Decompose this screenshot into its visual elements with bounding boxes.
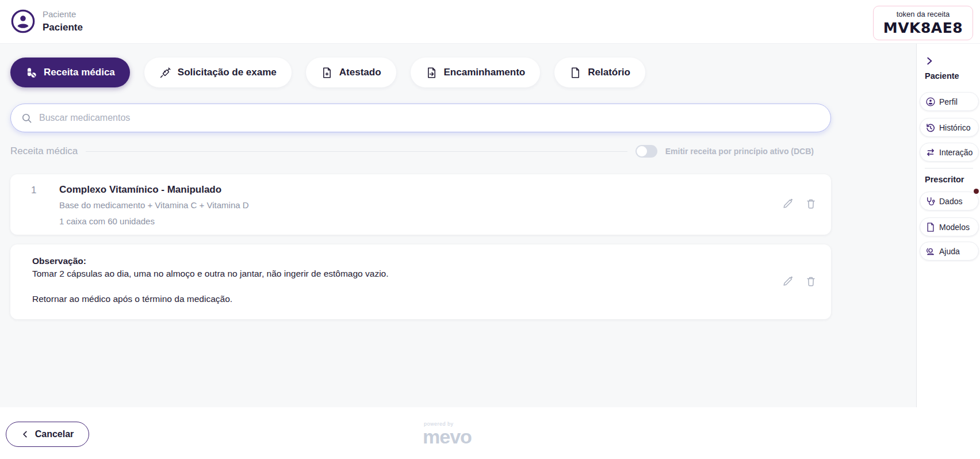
document-arrow-icon — [426, 67, 438, 79]
sidebar-item-ajuda[interactable]: Ajuda — [920, 242, 979, 261]
stethoscope-icon — [925, 196, 936, 206]
observation-card: Observação: Tomar 2 cápsulas ao dia, uma… — [10, 244, 831, 319]
edit-icon[interactable] — [782, 275, 794, 288]
cancel-button[interactable]: Cancelar — [6, 422, 89, 447]
sidebar-item-label: Modelos — [939, 223, 970, 232]
tab-solicitacao-de-exame[interactable]: Solicitação de exame — [144, 58, 292, 87]
sidebar-divider — [925, 168, 973, 169]
person-circle-icon — [925, 97, 936, 107]
tab-atestado[interactable]: Atestado — [306, 58, 396, 87]
divider — [86, 151, 627, 152]
tab-relatorio[interactable]: Relatório — [554, 58, 645, 87]
sidebar-item-label: Histórico — [939, 123, 970, 132]
medication-actions — [782, 197, 817, 210]
toggle-knob — [637, 146, 647, 156]
sidebar-item-label: Interação — [939, 148, 973, 157]
mevo-logo: powered by mevo — [423, 421, 477, 446]
delete-icon[interactable] — [805, 197, 817, 210]
document-type-tabs: Receita médica Solicitação de exame — [10, 58, 645, 87]
interaction-arrows-icon — [925, 147, 936, 158]
section-title: Receita médica — [10, 146, 78, 157]
edit-icon[interactable] — [782, 197, 794, 210]
tab-label: Encaminhamento — [444, 67, 526, 78]
observation-text-1: Tomar 2 cápsulas ao dia, uma no almoço e… — [32, 269, 389, 279]
tab-label: Solicitação de exame — [178, 67, 277, 78]
sidebar-item-historico[interactable]: Histórico — [920, 118, 979, 137]
patient-avatar-icon — [10, 9, 36, 34]
sidebar-item-label: Dados — [939, 197, 962, 206]
support-person-icon — [925, 246, 936, 257]
sidebar-item-modelos[interactable]: Modelos — [920, 217, 979, 236]
history-icon — [925, 123, 936, 133]
medication-card: 1 Complexo Vitamínico - Manipulado Base … — [10, 174, 831, 235]
prescription-token-box: token da receita MVK8AE8 — [873, 6, 973, 40]
pills-icon — [25, 67, 37, 79]
footer: Cancelar powered by mevo Continuar — [0, 407, 980, 459]
tab-label: Atestado — [339, 67, 381, 78]
sidebar-item-label: Ajuda — [939, 247, 960, 256]
prescription-section-header: Receita médica Emitir receita por princí… — [10, 145, 814, 158]
tab-encaminhamento[interactable]: Encaminhamento — [411, 58, 541, 87]
sidebar-item-perfil[interactable]: Perfil — [920, 92, 979, 111]
collapse-sidebar-icon[interactable] — [925, 56, 934, 66]
medication-index: 1 — [31, 185, 36, 196]
delete-icon[interactable] — [805, 275, 817, 288]
dcb-toggle-label: Emitir receita por princípio ativo (DCB) — [665, 147, 814, 156]
search-icon — [21, 113, 32, 124]
dcb-toggle[interactable] — [636, 145, 657, 158]
observation-label: Observação: — [32, 256, 86, 266]
header: Paciente Paciente token da receita MVK8A… — [0, 0, 980, 44]
cancel-label: Cancelar — [35, 429, 74, 439]
sidebar-item-label: Perfil — [939, 97, 958, 106]
sidebar-item-dados[interactable]: Dados — [920, 192, 979, 211]
main-content: Receita médica Solicitação de exame — [0, 44, 916, 407]
syringe-icon — [159, 67, 171, 79]
medication-quantity: 1 caixa com 60 unidades — [59, 216, 155, 226]
sidebar-item-interacao[interactable]: Interação — [920, 143, 979, 162]
medication-title: Complexo Vitamínico - Manipulado — [59, 184, 221, 196]
document-icon — [925, 222, 936, 232]
medication-composition: Base do medicamento + Vitamina C + Vitam… — [59, 200, 249, 210]
observation-text-2: Retornar ao médico após o término da med… — [32, 294, 232, 304]
patient-name: Paciente — [43, 22, 83, 33]
search-input[interactable] — [39, 113, 820, 123]
medication-search — [10, 104, 831, 132]
sidebar-section-paciente: Paciente — [925, 71, 959, 81]
patient-label: Paciente — [43, 9, 76, 19]
tab-label: Relatório — [588, 67, 630, 78]
document-icon — [569, 67, 581, 79]
token-value: MVK8AE8 — [883, 20, 963, 36]
tab-label: Receita médica — [44, 67, 115, 78]
observation-actions — [782, 275, 817, 288]
tab-receita-medica[interactable]: Receita médica — [10, 58, 130, 87]
document-plus-icon — [321, 67, 333, 79]
sidebar-section-prescritor: Prescritor — [925, 175, 964, 184]
chevron-left-icon — [21, 430, 29, 438]
token-label: token da receita — [897, 10, 950, 18]
brand-text: mevo — [423, 427, 477, 446]
prescription-app: Paciente Paciente token da receita MVK8A… — [0, 0, 980, 459]
notification-dot — [974, 189, 979, 194]
right-sidebar: Paciente Perfil Histórico Interação — [916, 44, 980, 407]
